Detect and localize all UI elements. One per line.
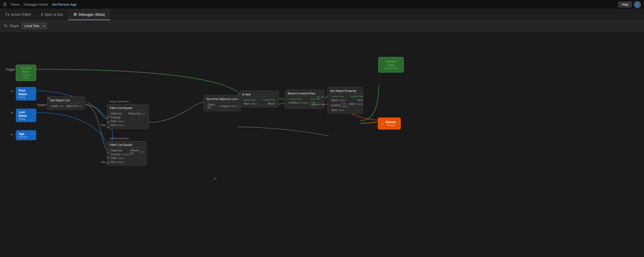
filter-list-equals-top-outputs: Filtered list List [128,112,146,126]
node-branch-control-flow[interactable]: Branch Control Flow Control Flow conditi… [285,90,324,109]
filter-bottom-filter-type: Object [117,157,124,160]
is-null-result-label: Result [268,102,275,105]
filter-bottom-property-type: Property [122,153,130,156]
tab-action-editor[interactable]: ƒx Action Editor [0,9,36,20]
sop-error-row: error [349,99,364,102]
node-get-first-object[interactable]: Get First Object In List Object list Lis… [204,95,241,111]
sop-cf-out-row: Control Flow [349,95,364,98]
sop-object-out-label: object [349,103,356,105]
node-is-null[interactable]: Is Null Control Flow Value Object Contro… [239,91,279,107]
filter-top-output-row: Filtered list List [128,112,146,115]
edit-filter-bottom-2[interactable]: ✏ [107,156,110,160]
filter-top-not-label: Not [111,124,115,126]
object-list-type: List [78,105,82,107]
node-age[interactable]: Age Number [16,130,36,140]
filter-top-property-row: Property [110,116,124,119]
edit-age-icon[interactable]: ✏ [11,133,13,136]
filter-list-equals-bottom-outputs: Filtered list List [130,149,144,163]
filter-list-equals-bottom-inputs: Object list Property Property Filter Obj… [110,149,130,163]
breadcrumb-home[interactable]: Home [11,3,20,6]
filter-bottom-not-type: Boolean [116,161,124,163]
nav-right: Help 👤 [618,1,641,8]
edit-filter-top-1[interactable]: ✏ [107,116,110,119]
sop-value-type: Value [338,109,344,111]
age-title: Age [19,132,24,136]
control-flow-right-title: Control Flow [382,60,400,67]
get-object-list-header: Get Object List [50,99,83,103]
set-object-property-outputs: Control Flow error object Object [349,95,364,105]
edit-last-name-icon[interactable]: ✏ [11,111,13,115]
is-null-value-row: Value Object [242,102,257,105]
node-control-flow-right[interactable]: Control Flow Control Flow [378,57,404,73]
target-select[interactable]: Local Test [22,23,47,29]
node-control-flow-main[interactable]: Control Flow Control Flow [16,65,36,81]
filter-top-filtered-label: Filtered list [128,112,141,115]
age-port [31,133,33,135]
menu-icon[interactable]: ☰ [3,2,7,7]
sop-value-label: value [331,109,337,111]
tab-spec-doc[interactable]: ℹ Spec & Doc [36,9,68,20]
sop-value-row: value Value [330,109,348,111]
node-filter-list-equals-bottom[interactable]: Filter List Equals Object list Property … [107,141,146,166]
edit-filter-top-3[interactable]: ✏ [107,126,110,129]
node-filter-list-equals-top[interactable]: Filter List Equals Object list Property … [107,104,149,129]
breadcrumb-demo[interactable]: Debugger Demo [24,3,48,6]
filter-top-filter-label: Filter [111,120,116,123]
edit-first-name-icon[interactable]: ✏ [11,90,13,93]
edit-get-first-object-icon[interactable]: ✏ [237,98,239,101]
edit-get-object-list-icon[interactable]: ✏ [47,97,50,100]
edit-filter-bottom-1[interactable]: ✏ [107,151,110,154]
node-set-object-property[interactable]: Set Object Property Control Flow object … [327,87,363,114]
edit-branch-icon-2[interactable]: ✏ [321,95,324,99]
tab-debugger-label: Debugger (Beta) [78,12,105,17]
node-first-name[interactable]: First Name String [16,87,36,101]
branch-condition-label: condition [289,101,299,104]
sop-error-label: error [358,99,363,102]
person-sub: Person [385,124,397,127]
target-icon: ↻ [4,23,7,28]
help-button[interactable]: Help [618,2,632,7]
last-name-sub: String [19,118,33,120]
get-object-list-inputs: model Type [50,105,64,107]
edit-filter-bottom-3[interactable]: ✏ [107,161,110,165]
control-flow-right-sub: Control Flow [382,67,400,70]
filter-top-not-row: Not Boolean [110,124,124,126]
sop-cf-out-label: Control Flow [350,95,363,98]
model-type: Type [59,105,64,107]
edit-filter-top-2[interactable]: ✏ [107,121,110,124]
person-age-label: Person.Age [313,103,325,106]
filter-bottom-filtered-type: List [140,151,143,153]
branch-true-row: True Flow [310,98,321,100]
sop-property-label: property [331,104,341,107]
filter-bottom-false-label: false [101,161,106,163]
edit-filter-top-icon[interactable]: ✏ [214,177,217,180]
filter-top-filter-row: Filter Object [110,120,124,123]
filter-list-equals-bottom-header: Filter List Equals [110,143,144,148]
object-list-label: object list [66,105,77,107]
branch-condition-type: Boolean [300,102,308,104]
is-null-cf-out-row: Control Flow [262,99,276,101]
breadcrumb-sep-1: › [21,3,22,6]
age-sub: Number [19,136,33,138]
filter-bottom-object-label: Object list [111,149,122,152]
tab-debugger[interactable]: ⚙ Debugger (Beta) [68,9,110,20]
get-first-object-list-row: Object list List [207,103,222,109]
sop-cf-in-label: Control Flow [331,95,344,98]
node-last-name[interactable]: Last Name String [16,109,36,122]
filter-top-filter-type: Object [117,120,124,123]
branch-cf-header: Branch Control Flow [288,92,321,96]
node-person[interactable]: Person Person [378,118,401,130]
node-get-object-list[interactable]: Get Object List model Type object list L… [47,96,85,110]
branch-cf-in-label: Control Flow [289,98,302,100]
filter-top-property-label: Property [111,116,120,119]
edit-branch-icon-1[interactable]: ✏ [317,95,319,99]
is-null-header: Is Null [242,93,276,97]
user-avatar[interactable]: 👤 [634,1,641,8]
trigger-label: Trigger [6,68,15,71]
filter-top-object-label: Object list [111,112,122,115]
sop-object-out-row: object Object [349,103,364,105]
get-first-object-outputs: Object Object [222,105,238,108]
filter-bottom-object-row: Object list [110,149,130,152]
connections-svg [0,32,644,257]
filter-top-not-type: Boolean [116,124,124,126]
